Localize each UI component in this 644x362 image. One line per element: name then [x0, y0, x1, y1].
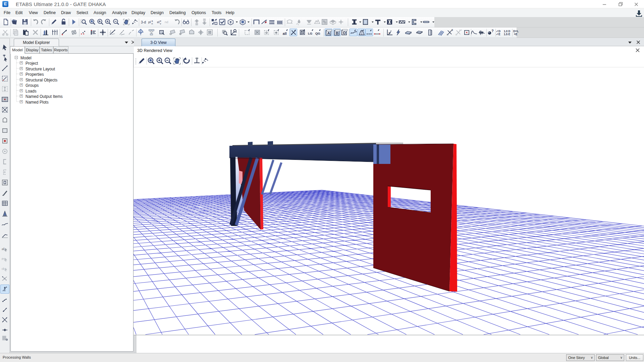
svg-text:✓E: ✓E [496, 33, 500, 36]
svg-text:QG: QG [315, 32, 320, 35]
svg-text:?: ? [491, 29, 493, 33]
svg-text:+E: +E [514, 33, 518, 36]
svg-text:clr: clr [2, 267, 5, 270]
svg-text:D+L: D+L [513, 29, 519, 33]
svg-text:E: E [389, 32, 390, 35]
svg-text:1.5 E: 1.5 E [504, 33, 511, 36]
svg-text:B: B [336, 31, 338, 35]
svg-text:el: el [157, 20, 159, 24]
svg-text:pl: pl [148, 20, 151, 24]
svg-text:A: A [327, 31, 330, 35]
svg-text:all: all [2, 247, 5, 251]
svg-text:LG: LG [308, 32, 312, 35]
svg-text:nd: nd [165, 20, 168, 24]
svg-text:all: all [283, 32, 287, 36]
svg-text:n: n [152, 22, 153, 25]
svg-text:3-d: 3-d [141, 20, 146, 24]
svg-text:O: O [343, 31, 346, 35]
svg-text:K: K [455, 34, 457, 36]
svg-text:HZ: HZ [459, 29, 462, 31]
svg-text:1.0 D: 1.0 D [504, 30, 511, 33]
svg-text:v: v [160, 22, 161, 25]
svg-text:✓D: ✓D [496, 29, 500, 33]
svg-text:E: E [451, 29, 453, 31]
svg-text:K: K [447, 34, 448, 36]
